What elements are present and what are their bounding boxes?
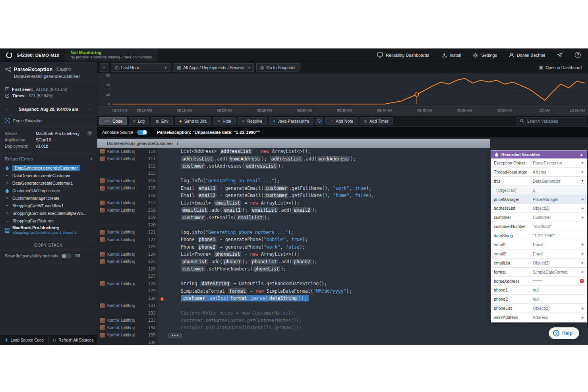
time-range-dropdown[interactable]: ◷ Last Hour ▾ bbox=[111, 63, 170, 72]
tab-log[interactable]: ≡Log bbox=[129, 117, 149, 125]
tab-code[interactable]: </>Code bbox=[99, 117, 127, 125]
variable-row[interactable]: phone2null bbox=[491, 295, 587, 304]
method-header[interactable]: DataGenerator.generateCustomer i bbox=[97, 139, 490, 148]
help-circle-button[interactable]: ? bbox=[575, 52, 581, 58]
related-error-item[interactable]: •ShoppingCartWF.workflow1 bbox=[2, 202, 95, 209]
variable-row[interactable]: homeAddress******− bbox=[491, 277, 587, 286]
nav-reliability-dashboards[interactable]: Reliability Dashboards bbox=[377, 52, 429, 58]
variable-row[interactable]: (Object ID)1 bbox=[491, 186, 587, 195]
search-variables-box[interactable] bbox=[516, 117, 586, 125]
overops-logo-icon[interactable] bbox=[6, 52, 13, 59]
annotate-source-toggle[interactable] bbox=[137, 130, 147, 135]
variable-row[interactable]: phone1null bbox=[491, 286, 587, 295]
monitoring-status[interactable]: Not Monitoring No process is currently r… bbox=[65, 48, 158, 62]
chevron-right-icon[interactable]: ▶ bbox=[579, 261, 584, 265]
announcements-button[interactable] bbox=[557, 52, 563, 58]
variable-row[interactable]: email1Email▶ bbox=[491, 240, 587, 249]
tab-add-note[interactable]: ＋Add Note bbox=[325, 117, 358, 125]
collapse-chart-button[interactable]: − bbox=[100, 63, 108, 72]
code-line[interactable]: Karthik Lalithraj135••• bbox=[97, 332, 588, 339]
line-number: 133 bbox=[145, 318, 159, 323]
blame-gutter: Karthik Lalithraj bbox=[97, 281, 145, 286]
go-to-snapshot-button[interactable]: ◎ Go to Snapshot bbox=[256, 63, 300, 72]
refresh-all-sources-button[interactable]: ↻ Refresh All Sources bbox=[48, 336, 97, 345]
nav-user[interactable]: Daniel Bechtel bbox=[509, 52, 545, 58]
variable-row[interactable]: Exception ObjectParseException▶ bbox=[491, 158, 587, 168]
label-tag-button[interactable] bbox=[315, 117, 323, 125]
server-help-icon[interactable]: ? bbox=[87, 131, 92, 136]
search-variables-input[interactable] bbox=[527, 119, 582, 124]
chevron-right-icon[interactable]: ▶ bbox=[579, 161, 584, 164]
flame-icon bbox=[4, 166, 10, 170]
scope-dropdown[interactable]: ▦ All Apps / Deployments / Servers ▾ bbox=[173, 63, 254, 72]
variable-row[interactable]: customerNumber"zbv3633" bbox=[491, 222, 587, 231]
tab-java-parser-infra[interactable]: ●Java-Parser.infra bbox=[269, 117, 313, 125]
code-line[interactable]: 136 bbox=[97, 339, 588, 345]
line-number: 127 bbox=[145, 274, 159, 279]
chevron-right-icon[interactable]: ▶ bbox=[579, 216, 584, 219]
info-icon[interactable]: i bbox=[177, 141, 178, 147]
recorded-variables-header[interactable]: Recorded Variables ▲ bbox=[491, 151, 587, 158]
server-label: Server: bbox=[5, 131, 36, 136]
snapshot-label: Snapshot: Aug 20, 9:44:06 am bbox=[19, 107, 78, 112]
variable-row[interactable]: customerCustomer▶ bbox=[491, 213, 587, 222]
code-fold-ellipsis[interactable]: ••• bbox=[168, 333, 182, 338]
related-error-item[interactable]: MacBook-Pro.blueberryShoppingCartTaskExe… bbox=[2, 224, 95, 236]
chevron-right-icon[interactable]: ▶ bbox=[579, 170, 584, 174]
related-errors-header[interactable]: Related Errors ▾ bbox=[0, 153, 97, 163]
y-tick-label: 0 bbox=[100, 102, 110, 106]
variable-row[interactable]: dateString"1-22-1990" bbox=[491, 231, 587, 240]
variable-row[interactable]: thisDataGenerator▼ bbox=[491, 177, 587, 186]
related-error-item[interactable]: DataGenerator.generateCustomer bbox=[2, 164, 95, 172]
snapshot-prev-button[interactable]: ← bbox=[5, 106, 10, 112]
snapshot-nav: ← Snapshot: Aug 20, 9:44:06 am → bbox=[0, 103, 97, 115]
tab-hide[interactable]: ⊘Hide bbox=[213, 117, 236, 125]
variable-row[interactable]: priceManagerPriceManager▶ bbox=[491, 195, 587, 204]
tab-resolve[interactable]: ✓Resolve bbox=[238, 117, 267, 125]
chevron-right-icon[interactable]: ▶ bbox=[579, 197, 584, 201]
nav-install[interactable]: Install bbox=[441, 52, 461, 58]
tab-env[interactable]: ▦Env bbox=[151, 117, 173, 125]
related-error-item[interactable]: CustomerDAOImpl.create bbox=[2, 187, 95, 194]
variable-row[interactable]: emailListObject[2]▶ bbox=[491, 259, 587, 268]
related-error-item[interactable]: •DataGenerator.createCustomer bbox=[2, 172, 95, 179]
blame-gutter: Karthik Lalithraj bbox=[97, 333, 145, 338]
third-party-toggle[interactable] bbox=[61, 253, 72, 259]
third-party-label: Show 3rd party/utility methods bbox=[5, 254, 58, 258]
chevron-right-icon[interactable]: ▶ bbox=[579, 270, 584, 274]
related-error-item[interactable]: •ShoppingCartTask.executeMultipleWo... bbox=[2, 209, 95, 217]
x-tick-label: 09:50 AM bbox=[457, 108, 472, 112]
tab-send-to-jira[interactable]: ◆Send to Jira bbox=[175, 117, 211, 125]
open-in-dashboard-button[interactable]: ▣ Open in Dashboard bbox=[535, 63, 586, 72]
related-error-item[interactable]: •CustomerManager.create bbox=[2, 194, 95, 202]
copy-stack-button[interactable]: COPY STACK bbox=[0, 240, 97, 250]
chevron-right-icon[interactable]: ▶ bbox=[579, 316, 584, 319]
code-line[interactable]: Karthik Lalithraj134customer.setLastUpda… bbox=[97, 324, 588, 332]
variable-row[interactable]: workAddressAddress▶ bbox=[491, 313, 587, 322]
nav-settings[interactable]: Settings bbox=[473, 52, 497, 58]
help-button[interactable]: ? Help bbox=[549, 327, 579, 339]
variable-row[interactable]: email2Email▶ bbox=[491, 249, 587, 259]
bullet-icon: • bbox=[4, 211, 10, 215]
variable-row[interactable]: phoneListObject[2]▶ bbox=[491, 304, 587, 313]
line-number: 128 bbox=[145, 281, 159, 286]
chevron-right-icon[interactable]: ▶ bbox=[579, 243, 584, 246]
load-source-code-button[interactable]: ⬆ Load Source Code bbox=[0, 336, 48, 345]
chevron-right-icon[interactable]: ▶ bbox=[579, 252, 584, 255]
tab-add-timer[interactable]: ◷Add Timer bbox=[360, 117, 393, 125]
variable-row[interactable]: Thread-local state4 items▶ bbox=[491, 168, 587, 177]
chevron-down-icon[interactable]: ▼ bbox=[579, 179, 584, 183]
variable-row[interactable]: addressListObject[2]▶ bbox=[491, 204, 587, 213]
related-error-item[interactable]: →ShoppingCartTask.run bbox=[2, 217, 95, 224]
force-snapshot-button[interactable]: Force Snapshot bbox=[0, 115, 97, 126]
environment-id[interactable]: S42380: DEMO-M10 bbox=[17, 53, 59, 58]
tab-label: Hide bbox=[222, 119, 231, 124]
chevron-up-icon[interactable]: ▲ bbox=[580, 153, 583, 156]
variable-row[interactable]: formatSimpleDateFormat▶ bbox=[491, 268, 587, 277]
error-timeline-chart[interactable]: 0102030 bbox=[97, 73, 588, 106]
related-error-item[interactable]: •DataGenerator.createCustomer1 bbox=[2, 179, 95, 187]
snapshot-next-button[interactable]: → bbox=[87, 106, 92, 112]
x-tick-label: 09:40 AM bbox=[377, 108, 392, 112]
chevron-right-icon[interactable]: ▶ bbox=[579, 207, 584, 210]
chevron-right-icon[interactable]: ▶ bbox=[579, 307, 584, 310]
